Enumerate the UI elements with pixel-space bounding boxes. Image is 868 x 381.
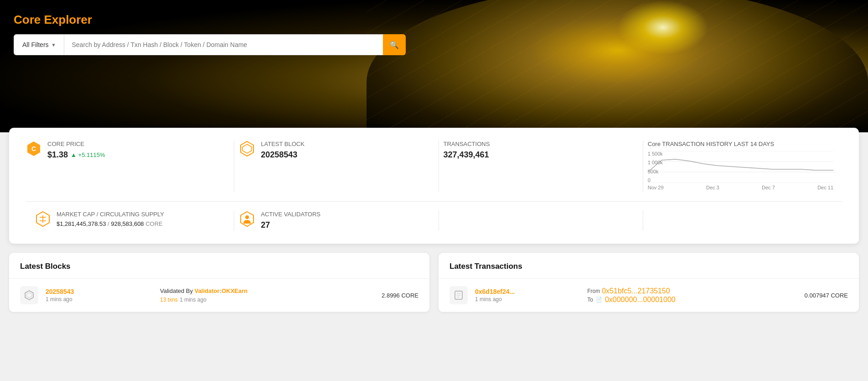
from-label: From xyxy=(587,288,600,294)
tx-amount: 0.007947 CORE xyxy=(805,292,848,299)
stat-placeholder xyxy=(434,211,638,231)
validators-value: 27 xyxy=(261,220,320,230)
market-cap-label: MARKET CAP / CIRCULATING SUPPLY xyxy=(57,211,164,218)
block-number[interactable]: 20258543 xyxy=(46,288,153,295)
svg-marker-15 xyxy=(26,292,32,298)
validator-link[interactable]: Validator:OKXEarn xyxy=(195,287,248,294)
block-reward: 2.8996 CORE xyxy=(382,292,418,299)
chart-y-labels: 1 500k 1 000k 500k 0 xyxy=(648,151,663,183)
tx-hash[interactable]: 0x6d18ef24... xyxy=(475,288,580,295)
latest-block-label: LATEST BLOCK xyxy=(261,141,305,147)
latest-blocks-panel: Latest Blocks 20258543 1 mins ago Valida… xyxy=(9,253,429,312)
app-logo[interactable]: Core Explorer xyxy=(0,0,868,34)
filter-label: All Filters xyxy=(22,41,49,48)
tx-item: 0x6d18ef24... 1 mins ago From 0x51bfc5..… xyxy=(439,279,859,312)
block-validator-info: Validated By Validator:OKXEarn 13 txns 1… xyxy=(160,287,374,303)
chart-placeholder xyxy=(639,211,842,231)
validators-label: ACTIVE VALIDATORS xyxy=(261,211,320,218)
latest-block-icon xyxy=(239,141,255,157)
block-txns-time: 1 mins ago xyxy=(180,297,207,303)
svg-point-13 xyxy=(245,215,249,219)
block-item: 20258543 1 mins ago Validated By Validat… xyxy=(9,279,429,312)
filter-button[interactable]: All Filters ▼ xyxy=(14,34,64,55)
stats-inner-divider xyxy=(26,201,842,202)
search-button[interactable]: 🔍 xyxy=(383,34,406,55)
to-address[interactable]: 0x000000...00001000 xyxy=(605,296,676,304)
svg-marker-3 xyxy=(243,144,252,153)
price-label: CORE PRICE xyxy=(47,141,105,147)
latest-block-value: 20258543 xyxy=(261,150,305,160)
tx-addresses: From 0x51bfc5...21735150 To 📄 0x000000..… xyxy=(587,287,797,304)
doc-icon: 📄 xyxy=(596,297,602,303)
price-arrow: ▲ xyxy=(71,151,77,158)
hero-section: Core Explorer All Filters ▼ 🔍 xyxy=(0,0,868,132)
from-address[interactable]: 0x51bfc5...21735150 xyxy=(602,287,670,295)
chart-svg xyxy=(648,151,833,183)
stats-panel: C CORE PRICE $1.38 ▲ +5.1115% xyxy=(9,128,859,244)
stat-market-cap: MARKET CAP / CIRCULATING SUPPLY $1,281,4… xyxy=(26,211,229,231)
search-bar: All Filters ▼ 🔍 xyxy=(14,34,406,55)
stat-validators: ACTIVE VALIDATORS 27 xyxy=(230,211,434,231)
tx-icon xyxy=(450,286,468,304)
stat-latest-block: LATEST BLOCK 20258543 xyxy=(230,141,434,192)
validators-icon xyxy=(239,211,255,227)
block-icon xyxy=(20,286,38,304)
block-time: 1 mins ago xyxy=(46,296,153,303)
transactions-value: 327,439,461 xyxy=(444,150,629,160)
chart-title: Core TRANSACTION HISTORY LAST 14 DAYS xyxy=(648,141,833,147)
search-input[interactable] xyxy=(64,34,383,55)
price-value: $1.38 xyxy=(47,150,68,160)
supply-unit: CORE xyxy=(145,220,163,227)
block-info: 20258543 1 mins ago xyxy=(46,288,153,303)
latest-blocks-title: Latest Blocks xyxy=(9,253,429,279)
chart-area: 1 500k 1 000k 500k 0 Nov 29 Dec 3 xyxy=(648,151,833,192)
core-price-icon: C xyxy=(26,141,42,157)
transactions-label: TRANSACTIONS xyxy=(444,141,629,147)
chart-x-labels: Nov 29 Dec 3 Dec 7 Dec 11 xyxy=(648,185,833,190)
svg-text:C: C xyxy=(31,145,36,152)
price-change: ▲ +5.1115% xyxy=(71,151,105,158)
block-txns[interactable]: 13 txns xyxy=(160,297,178,303)
validated-by-label: Validated By xyxy=(160,287,193,294)
latest-transactions-title: Latest Transactions xyxy=(439,253,859,279)
tx-time: 1 mins ago xyxy=(475,296,580,303)
circulating-supply: 928,583,608 xyxy=(111,220,144,227)
tx-info: 0x6d18ef24... 1 mins ago xyxy=(475,288,580,303)
market-cap-icon xyxy=(35,211,51,227)
bottom-panels: Latest Blocks 20258543 1 mins ago Valida… xyxy=(9,253,859,312)
to-label: To xyxy=(587,297,593,303)
stat-transactions: TRANSACTIONS 327,439,461 xyxy=(434,141,638,192)
latest-transactions-panel: Latest Transactions 0x6d18ef24... 1 mins… xyxy=(439,253,859,312)
stat-chart: Core TRANSACTION HISTORY LAST 14 DAYS 1 … xyxy=(639,141,842,192)
market-cap-value: $1,281,445,378.53 xyxy=(57,220,106,227)
search-icon: 🔍 xyxy=(390,41,399,49)
chevron-down-icon: ▼ xyxy=(52,42,56,47)
stat-price: C CORE PRICE $1.38 ▲ +5.1115% xyxy=(26,141,229,192)
